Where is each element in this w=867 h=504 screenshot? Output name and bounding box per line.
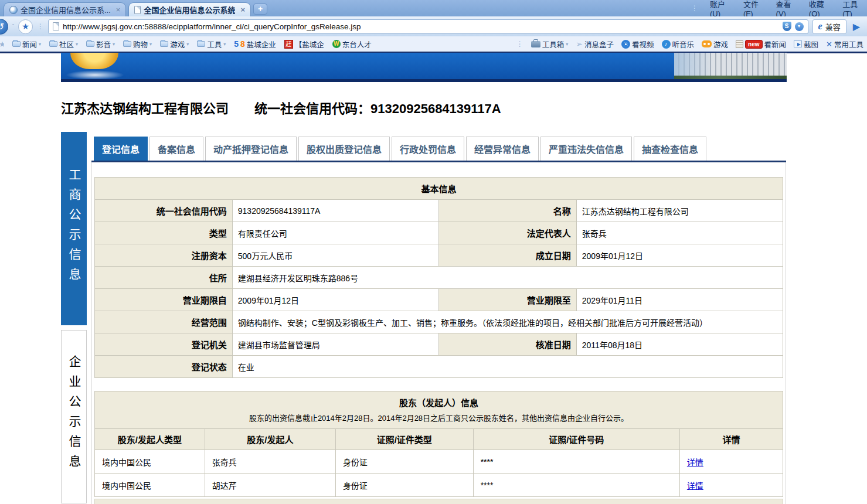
field-value: 2029年01月11日 (576, 289, 783, 311)
folder-icon (160, 41, 168, 47)
field-label: 统一社会信用代码 (95, 200, 233, 222)
cell-id-type: 身份证 (335, 474, 473, 497)
table-row: 境内中国公民 胡达芹 身份证 **** 详情 (95, 474, 783, 497)
field-value: 2009年01月12日 (232, 289, 438, 311)
detail-link[interactable]: 详情 (687, 481, 703, 491)
separator-dots-icon: ⋮ (37, 22, 44, 30)
column-header: 证照/证件号码 (473, 429, 679, 450)
tab-registration-info[interactable]: 登记信息 (94, 137, 148, 161)
field-label: 经营范围 (95, 311, 233, 333)
toolbox-button[interactable]: 工具箱 ▾ (531, 39, 569, 50)
menu-view[interactable]: 查看(V) (776, 0, 797, 16)
chevron-down-icon: ▾ (113, 42, 115, 47)
chevron-down-icon: ▾ (186, 42, 189, 47)
new-badge: new (745, 40, 762, 49)
bookmark-label: 【盐城企 (295, 39, 324, 50)
tab-chattel-mortgage-info[interactable]: 动产抵押登记信息 (205, 137, 297, 161)
table-row: 营业期限自 2009年01月12日 营业期限至 2029年01月11日 (95, 289, 783, 311)
tab-equity-pledge-info[interactable]: 股权出质登记信息 (298, 137, 390, 161)
watch-video-button[interactable]: 看视频 (621, 39, 654, 50)
bookmark-folder-tools[interactable]: 工具 ▾ (197, 39, 226, 50)
security-shield-icon[interactable]: S (783, 22, 791, 31)
tab1-title: 全国企业信用信息公示系... (21, 4, 111, 15)
column-header: 证照/证件类型 (335, 429, 473, 450)
bookmark-ganji[interactable]: 赶 【盐城企 (284, 39, 324, 50)
tool-label: 听音乐 (672, 39, 695, 50)
screenshot-icon (794, 40, 802, 47)
bookmarks-bar: ★ 新闻 ▾ 社区 ▾ 影音 ▾ 购物 ▾ 游戏 ▾ 工具 ▾ 58 盐城企业 … (0, 36, 867, 52)
separator-dots-icon: ⋮ (516, 40, 523, 48)
bookmark-label: 工具 (207, 39, 222, 50)
sidebar-enterprise-publicity[interactable]: 企业公示信息 (61, 330, 87, 503)
tools-cross-icon: ✕ (826, 40, 832, 49)
games-button[interactable]: 游戏 (702, 39, 728, 50)
tab-spot-check-info[interactable]: 抽查检查信息 (634, 137, 706, 161)
table-row: 注册资本 500万元人民币 成立日期 2009年01月12日 (95, 244, 783, 267)
tab-serious-violation-info[interactable]: 严重违法失信信息 (540, 137, 632, 161)
menu-favorites[interactable]: 收藏(O) (809, 0, 831, 16)
sidebar-business-publicity[interactable]: 工商公示信息 (61, 132, 87, 325)
tab-abnormal-operation-info[interactable]: 经营异常信息 (466, 137, 539, 161)
back-history-chevron-icon[interactable]: ˇ (12, 23, 14, 29)
detail-link[interactable]: 详情 (687, 458, 703, 467)
message-box-button[interactable]: ➢ 消息盒子 (576, 39, 614, 50)
folder-icon (49, 41, 57, 47)
58-logo-icon: 8 (240, 39, 245, 49)
shareholders-table: 股东（发起人）信息 股东的出资信息截止2014年2月28日。2014年2月28日… (94, 391, 783, 497)
go-button[interactable]: ▶ (851, 21, 862, 32)
field-label: 登记状态 (95, 356, 233, 378)
table-row: 统一社会信用代码 91320925684139117A 名称 江苏杰达钢结构工程… (95, 200, 783, 222)
sidebar-section1-label: 工商公示信息 (65, 168, 83, 288)
common-tools-button[interactable]: ✕ 常用工具 (826, 39, 863, 50)
bookmark-folder-games[interactable]: 游戏 ▾ (160, 39, 189, 50)
browser-tab-1[interactable]: 全国企业信用信息公示系... × (4, 2, 126, 16)
tool-label: 截图 (804, 39, 818, 50)
company-name: 江苏杰达钢结构工程有限公司 (61, 98, 229, 117)
listen-music-button[interactable]: ♪ 听音乐 (662, 39, 695, 50)
tab-administrative-penalty-info[interactable]: 行政处罚信息 (392, 137, 464, 161)
tab2-close-icon[interactable]: × (240, 5, 245, 14)
field-value: 500万元人民币 (232, 244, 438, 267)
url-input[interactable]: http://www.jsgsj.gov.cn:58888/ecipplatfo… (48, 19, 808, 34)
menu-account[interactable]: 账户(U) (710, 0, 732, 16)
url-text: http://www.jsgsj.gov.cn:58888/ecipplatfo… (63, 22, 361, 31)
bookmark-folder-news[interactable]: 新闻 ▾ (12, 39, 41, 50)
bookmark-58-yancheng[interactable]: 58 盐城企业 (234, 39, 276, 50)
field-value: 张奇兵 (576, 222, 783, 244)
shareholders-header: 股东（发起人）信息 股东的出资信息截止2014年2月28日。2014年2月28日… (95, 391, 783, 429)
next-section-strip (94, 499, 783, 504)
compatibility-mode-button[interactable]: e 兼容 (812, 19, 846, 34)
bookmark-label: 影音 (96, 39, 111, 50)
tab1-close-icon[interactable]: × (116, 5, 121, 14)
tool-label: 游戏 (713, 39, 728, 50)
field-label: 登记机关 (95, 333, 233, 356)
page-icon (53, 22, 59, 30)
browser-tab-2[interactable]: 全国企业信用信息公示系统 × (128, 2, 251, 16)
screenshot-button[interactable]: 截图 (794, 39, 818, 50)
bookmark-dongtai-jobs[interactable]: W 东台人才 (332, 39, 372, 50)
tab-filing-info[interactable]: 备案信息 (149, 137, 203, 161)
menu-tools[interactable]: 工具(T) (842, 0, 863, 16)
bookmark-folder-media[interactable]: 影音 ▾ (86, 39, 115, 50)
read-news-button[interactable]: new 看新闻 (736, 39, 786, 50)
favorites-star-button[interactable]: ★ (18, 19, 33, 34)
bookmark-folder-community[interactable]: 社区 ▾ (49, 39, 78, 50)
back-button[interactable]: ↺ (0, 19, 8, 35)
emblem-glow (66, 70, 124, 80)
site-dropdown-icon[interactable]: ▾ (795, 22, 804, 31)
field-label: 成立日期 (438, 244, 576, 267)
toolbox-icon (531, 41, 540, 47)
field-label: 营业期限至 (438, 289, 576, 311)
cell-id-number: **** (473, 450, 679, 474)
basic-info-table: 基本信息 统一社会信用代码 91320925684139117A 名称 江苏杰达… (94, 177, 783, 378)
browser-tab-bar: 全国企业信用信息公示系... × 全国企业信用信息公示系统 × + ⋮ 账户(U… (0, 0, 867, 16)
field-label: 类型 (95, 222, 233, 244)
bookmark-folder-shopping[interactable]: 购物 ▾ (123, 39, 152, 50)
new-tab-button[interactable]: + (253, 4, 267, 15)
field-label: 名称 (438, 200, 576, 222)
toolbar-right-cluster: ⋮ 工具箱 ▾ ➢ 消息盒子 看视频 ♪ 听音乐 游戏 new 看新闻 (516, 39, 863, 50)
menu-file[interactable]: 文件(F) (743, 0, 764, 16)
bookmark-label: 盐城企业 (247, 39, 276, 50)
folder-icon (197, 41, 205, 47)
column-header: 股东/发起人 (205, 429, 335, 450)
